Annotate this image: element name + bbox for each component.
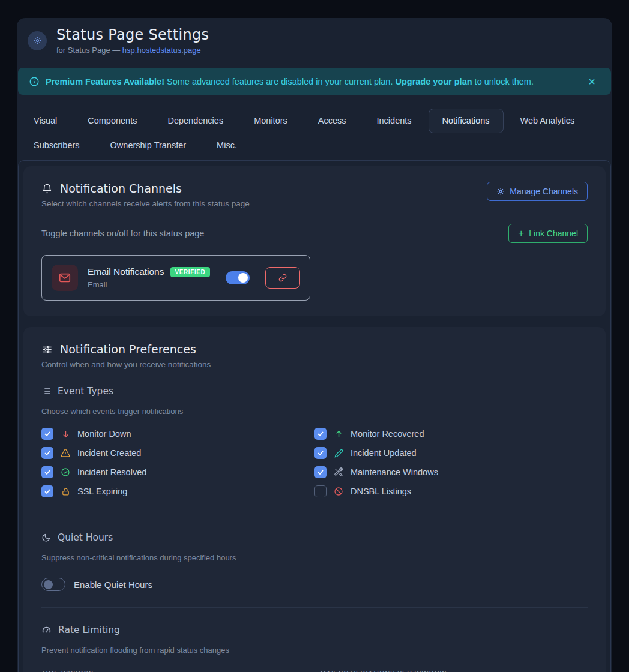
link-channel-label: Link Channel (529, 229, 578, 238)
lock-icon (60, 487, 71, 496)
page-subtitle: for Status Page — hsp.hostedstatus.page (56, 46, 209, 55)
status-page-link[interactable]: hsp.hostedstatus.page (122, 46, 201, 55)
gauge-icon (41, 625, 52, 635)
checkbox-checked[interactable] (41, 485, 53, 497)
page-header: Status Page Settings for Status Page — h… (17, 18, 612, 64)
channel-name: Email Notifications (88, 266, 164, 277)
event-label: Incident Resolved (77, 467, 146, 477)
checkbox-checked[interactable] (41, 447, 53, 459)
event-dnsbl-listings[interactable]: DNSBL Listings (314, 484, 588, 499)
channel-item-email: Email Notifications VERIFIED Email (41, 255, 310, 301)
ban-icon (333, 487, 344, 496)
tab-content: Notification Channels Select which chann… (18, 160, 611, 672)
divider (41, 607, 588, 608)
check-circle-icon (60, 467, 71, 477)
rate-limiting-heading: Rate Limiting (41, 625, 588, 635)
event-monitor-down[interactable]: Monitor Down (41, 427, 314, 441)
event-monitor-recovered[interactable]: Monitor Recovered (314, 427, 588, 441)
list-icon (41, 386, 51, 396)
premium-banner: Premium Features Available! Some advance… (18, 68, 611, 95)
channel-type: Email (88, 280, 216, 289)
event-types-desc: Choose which events trigger notification… (41, 407, 588, 416)
plus-icon: + (518, 229, 524, 238)
checkbox-checked[interactable] (314, 466, 327, 478)
tab-ownership-transfer[interactable]: Ownership Transfer (97, 133, 200, 158)
banner-title: Premium Features Available! (46, 77, 164, 86)
event-label: SSL Expiring (77, 487, 127, 496)
event-types-grid: Monitor Down Monitor Recovered Incident … (41, 427, 588, 499)
unlink-channel-button[interactable] (265, 267, 300, 289)
divider (41, 515, 588, 515)
tab-misc[interactable]: Misc. (203, 133, 251, 158)
checkbox-checked[interactable] (41, 466, 53, 478)
tab-access[interactable]: Access (304, 109, 360, 133)
verified-badge: VERIFIED (170, 267, 211, 277)
event-label: Monitor Down (77, 429, 131, 439)
event-label: Incident Updated (351, 448, 417, 458)
notification-channels-card: Notification Channels Select which chann… (23, 166, 606, 316)
close-icon[interactable]: × (583, 73, 600, 90)
event-incident-updated[interactable]: Incident Updated (314, 446, 588, 460)
channel-enabled-toggle[interactable] (226, 271, 250, 284)
arrow-up-icon (333, 430, 344, 439)
preferences-subtitle: Control when and how you receive notific… (41, 360, 588, 369)
bell-icon (41, 183, 53, 194)
event-label: Incident Created (77, 448, 141, 458)
checkbox-checked[interactable] (314, 447, 327, 459)
rate-limiting-desc: Prevent notification flooding from rapid… (41, 646, 588, 655)
notification-preferences-card: Notification Preferences Control when an… (23, 327, 606, 672)
link-channel-button[interactable]: + Link Channel (508, 224, 588, 243)
warning-triangle-icon (60, 448, 71, 458)
checkbox-unchecked[interactable] (314, 485, 327, 497)
info-icon (29, 76, 40, 87)
settings-panel: Status Page Settings for Status Page — h… (17, 18, 612, 672)
event-incident-created[interactable]: Incident Created (41, 446, 314, 460)
rate-limiting-title: Rate Limiting (58, 625, 120, 635)
tab-visual[interactable]: Visual (20, 109, 71, 133)
gear-icon (496, 187, 505, 196)
event-ssl-expiring[interactable]: SSL Expiring (41, 484, 314, 499)
event-label: DNSBL Listings (351, 487, 411, 496)
tab-notifications[interactable]: Notifications (429, 109, 504, 133)
envelope-icon (52, 265, 78, 291)
toggle-hint: Toggle channels on/off for this status p… (41, 229, 204, 238)
banner-body: Some advanced features are disabled in y… (164, 77, 395, 86)
tab-subscribers[interactable]: Subscribers (20, 133, 94, 158)
upgrade-plan-link[interactable]: Upgrade your plan (395, 77, 472, 86)
max-notifications-field: MAX NOTIFICATIONS PER WINDOW 10 (321, 670, 588, 672)
tab-incidents[interactable]: Incidents (363, 109, 426, 133)
checkbox-checked[interactable] (41, 428, 53, 440)
sliders-icon (41, 344, 53, 355)
quiet-hours-toggle[interactable] (41, 578, 65, 591)
event-label: Monitor Recovered (351, 429, 424, 439)
quiet-hours-title: Quiet Hours (58, 532, 113, 543)
channels-title: Notification Channels (60, 182, 182, 195)
time-window-label: TIME WINDOW (41, 670, 309, 672)
event-types-heading: Event Types (41, 386, 588, 397)
moon-icon (41, 533, 51, 542)
checkbox-checked[interactable] (314, 428, 327, 440)
banner-text: Premium Features Available! Some advance… (46, 77, 534, 86)
event-types-title: Event Types (58, 386, 113, 397)
tools-icon (333, 467, 344, 477)
quiet-hours-desc: Suppress non-critical notifications duri… (41, 553, 588, 562)
tab-monitors[interactable]: Monitors (240, 109, 301, 133)
tab-dependencies[interactable]: Dependencies (154, 109, 237, 133)
event-label: Maintenance Windows (351, 467, 438, 477)
page-title: Status Page Settings (56, 26, 209, 43)
arrow-down-icon (60, 430, 71, 439)
pencil-icon (333, 449, 344, 458)
event-incident-resolved[interactable]: Incident Resolved (41, 465, 314, 479)
manage-channels-label: Manage Channels (510, 187, 578, 196)
link-icon (278, 274, 287, 282)
settings-tabs: Visual Components Dependencies Monitors … (18, 109, 611, 158)
channels-subtitle: Select which channels receive alerts fro… (41, 199, 250, 208)
gear-icon (28, 31, 47, 50)
tab-components[interactable]: Components (74, 109, 151, 133)
preferences-title: Notification Preferences (60, 343, 196, 356)
event-maintenance-windows[interactable]: Maintenance Windows (314, 465, 588, 479)
manage-channels-button[interactable]: Manage Channels (487, 182, 588, 201)
subtitle-text: for Status Page — (56, 46, 122, 55)
tab-web-analytics[interactable]: Web Analytics (507, 109, 589, 133)
banner-body-2: to unlock them. (472, 77, 534, 86)
